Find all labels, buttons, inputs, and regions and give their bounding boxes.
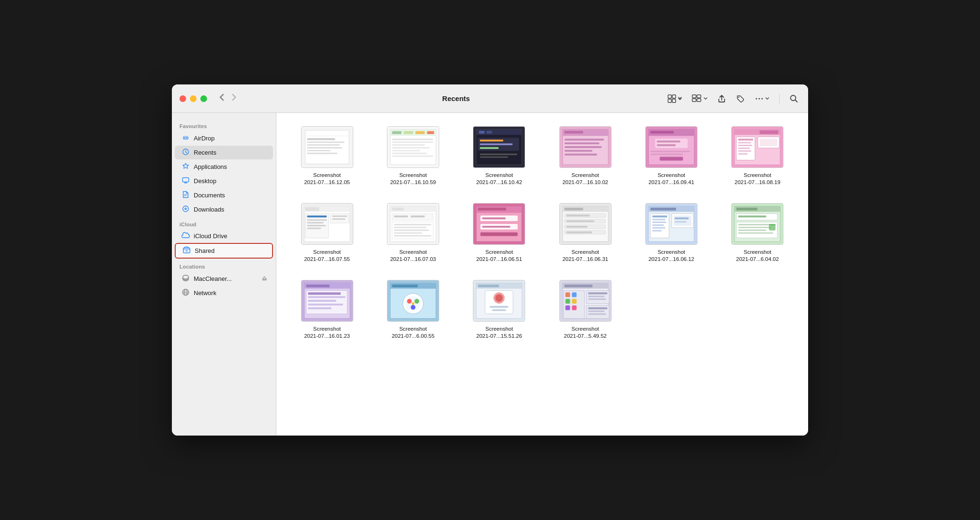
svg-rect-98 (307, 228, 320, 229)
sidebar-item-maccleaner[interactable]: MacCleaner... (175, 272, 273, 286)
svg-rect-53 (480, 143, 513, 145)
forward-button[interactable] (229, 92, 239, 105)
file-grid: Screenshot2021-07...16.12.05 (288, 122, 797, 344)
file-name: Screenshot2021-07...16.10.42 (476, 172, 522, 186)
svg-rect-114 (394, 235, 432, 236)
svg-point-189 (495, 294, 503, 302)
svg-rect-94 (307, 215, 326, 217)
svg-rect-168 (308, 292, 340, 295)
file-item[interactable]: Screenshot2021-07...16.12.05 (288, 122, 366, 190)
search-button[interactable] (787, 92, 801, 105)
sidebar-item-recents[interactable]: Recents (175, 146, 273, 159)
eject-icon[interactable] (262, 276, 267, 282)
desktop-label: Desktop (194, 177, 217, 185)
sidebar-item-downloads[interactable]: Downloads (175, 203, 273, 216)
svg-rect-60 (564, 131, 583, 134)
svg-rect-27 (307, 141, 344, 143)
svg-rect-197 (565, 292, 570, 297)
network-label: Network (194, 289, 217, 297)
svg-rect-143 (652, 222, 666, 223)
file-thumbnail (301, 126, 353, 168)
svg-rect-31 (307, 153, 337, 154)
file-thumbnail (731, 203, 783, 245)
file-item[interactable]: Screenshot2021-07...16.07.03 (374, 199, 452, 267)
file-item[interactable]: Screenshot2021-07...16.10.42 (460, 122, 538, 190)
svg-rect-142 (652, 219, 665, 220)
icloud-drive-icon (181, 232, 190, 240)
file-name: Screenshot2021-07...6.04.02 (736, 249, 779, 263)
svg-point-20 (183, 275, 188, 279)
svg-point-11 (762, 98, 763, 99)
share-button[interactable] (716, 92, 728, 105)
file-item[interactable]: Screenshot2021-07...5.49.52 (546, 276, 624, 344)
svg-point-9 (756, 98, 757, 99)
window-title: Recents (247, 94, 665, 102)
sidebar-item-shared[interactable]: Shared (175, 243, 273, 259)
close-button[interactable] (179, 95, 186, 102)
tag-button[interactable] (734, 92, 747, 105)
sidebar-item-airdrop[interactable]: AirDrop (175, 131, 273, 145)
file-item[interactable]: Screenshot2021-07...16.06.31 (546, 199, 624, 267)
airdrop-label: AirDrop (194, 135, 215, 142)
sidebar-item-applications[interactable]: Applications (175, 160, 273, 174)
file-item[interactable]: Screenshot2021-07...16.09.41 (632, 122, 710, 190)
svg-rect-97 (307, 225, 325, 226)
file-thumbnail (559, 280, 612, 322)
svg-rect-105 (392, 208, 404, 211)
file-thumbnail (559, 203, 612, 245)
svg-point-182 (412, 302, 415, 305)
file-item[interactable]: Screenshot2021-07...16.10.02 (546, 122, 624, 190)
svg-rect-73 (650, 151, 690, 152)
minimize-button[interactable] (190, 95, 197, 102)
file-name: Screenshot2021-07...6.00.55 (392, 325, 434, 340)
file-item[interactable]: Screenshot2021-07...16.08.19 (718, 122, 797, 190)
more-button[interactable] (753, 92, 772, 105)
svg-rect-45 (392, 156, 433, 157)
file-name: Screenshot2021-07...16.10.02 (562, 172, 608, 186)
svg-rect-42 (392, 147, 430, 149)
svg-rect-64 (564, 150, 592, 152)
svg-rect-149 (675, 217, 688, 219)
svg-rect-204 (588, 292, 607, 294)
svg-rect-108 (411, 215, 424, 217)
group-by-button[interactable] (690, 93, 710, 105)
sidebar-item-documents[interactable]: Documents (175, 188, 273, 202)
maccleaner-label: MacCleaner... (194, 275, 232, 282)
sidebar-item-icloud-drive[interactable]: iCloud Drive (175, 230, 273, 242)
file-item[interactable]: Screenshot2021-07...15.51.26 (460, 276, 538, 344)
svg-rect-71 (657, 140, 680, 142)
svg-rect-186 (478, 284, 499, 287)
svg-point-181 (411, 305, 415, 310)
locations-header: Locations (172, 259, 276, 271)
file-item[interactable]: Screenshot2021-07...16.10.59 (374, 122, 452, 190)
back-button[interactable] (217, 92, 227, 105)
grid-view-button[interactable] (665, 92, 684, 105)
svg-rect-35 (392, 131, 402, 134)
maximize-button[interactable] (200, 95, 207, 102)
svg-rect-146 (652, 230, 662, 232)
file-item[interactable]: Screenshot2021-07...6.00.55 (374, 276, 452, 344)
svg-point-12 (791, 95, 796, 101)
svg-rect-209 (588, 310, 604, 312)
sidebar-item-desktop[interactable]: Desktop (175, 174, 273, 188)
file-item[interactable]: Screenshot2021-07...6.04.02 (718, 199, 797, 267)
file-thumbnail (387, 203, 439, 245)
favourites-header: Favourites (172, 119, 276, 131)
svg-rect-111 (394, 227, 427, 228)
file-item[interactable]: Screenshot2021-07...16.06.12 (632, 199, 710, 267)
svg-rect-81 (738, 139, 753, 140)
svg-rect-96 (307, 222, 323, 223)
svg-rect-41 (392, 144, 425, 146)
sidebar-item-network[interactable]: Network (175, 286, 273, 300)
svg-rect-28 (307, 144, 339, 146)
svg-rect-2 (668, 99, 671, 102)
file-item[interactable]: Screenshot2021-07...16.01.23 (288, 276, 366, 344)
svg-rect-95 (307, 219, 326, 221)
file-item[interactable]: Screenshot2021-07...16.06.51 (460, 199, 538, 267)
svg-rect-88 (760, 139, 777, 146)
file-thumbnail (731, 126, 783, 168)
network-icon (181, 288, 190, 297)
svg-rect-202 (572, 306, 576, 310)
svg-rect-172 (308, 307, 331, 309)
file-item[interactable]: Screenshot2021-07...16.07.55 (288, 199, 366, 267)
